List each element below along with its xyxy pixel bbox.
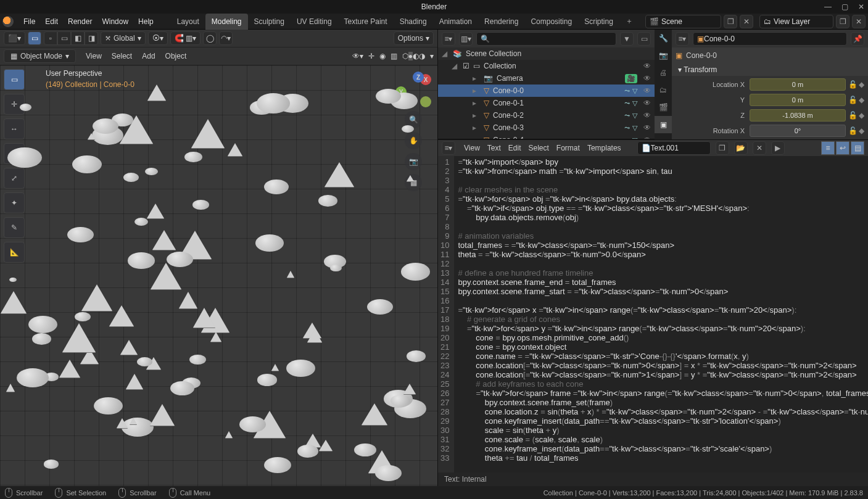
view3d-menu-view[interactable]: View — [81, 52, 107, 60]
options-dropdown[interactable]: Options ▾ — [394, 31, 434, 45]
scene-name-input[interactable] — [661, 17, 717, 26]
selmode-2[interactable]: ▭ — [57, 31, 71, 45]
texteditor-menu-format[interactable]: Format — [553, 144, 584, 152]
outliner-item-cone-0-4[interactable]: ▸▽Cone-0-4⤳▽👁 — [438, 134, 655, 139]
props-object-name[interactable] — [704, 35, 843, 43]
keyframe-icon[interactable]: ◆ — [859, 126, 864, 135]
outliner-display-mode[interactable]: ▥▾ — [459, 32, 473, 46]
editor-type-select[interactable]: ⬛▾ — [4, 31, 25, 45]
text-unlink-button[interactable]: ✕ — [753, 141, 766, 155]
props-object-field[interactable]: ▣ — [693, 32, 847, 46]
snap-toggle[interactable]: 🧲 ▥▾ — [170, 31, 200, 45]
workspace-tab-texture-paint[interactable]: Texture Paint — [338, 14, 394, 30]
outliner-collection[interactable]: ◢☑▭Collection👁 — [438, 60, 655, 72]
menu-help[interactable]: Help — [133, 14, 159, 30]
toggle-syntax[interactable]: ▤ — [851, 141, 864, 155]
add-workspace-button[interactable]: ＋ — [619, 16, 639, 27]
outliner-item-cone-0-3[interactable]: ▸▽Cone-0-3⤳▽👁 — [438, 122, 655, 134]
close-button[interactable]: ✕ — [858, 2, 864, 11]
proportional-edit-toggle[interactable]: ◯ — [203, 31, 217, 45]
workspace-tab-layout[interactable]: Layout — [171, 14, 205, 30]
workspace-tab-compositing[interactable]: Compositing — [524, 14, 578, 30]
view3d-menu-object[interactable]: Object — [160, 52, 192, 60]
scene-delete-button[interactable]: ✕ — [740, 15, 753, 28]
viewlayer-new-button[interactable]: ❐ — [836, 15, 849, 28]
texteditor-type-select[interactable]: ≡▾ — [442, 141, 455, 155]
minimize-button[interactable]: — — [824, 2, 832, 11]
outliner-item-cone-0-1[interactable]: ▸▽Cone-0-1⤳▽👁 — [438, 97, 655, 109]
texteditor-menu-edit[interactable]: Edit — [505, 144, 525, 152]
selmode-3[interactable]: ◧ — [71, 31, 85, 45]
lock-icon[interactable]: 🔓 — [848, 96, 858, 104]
prop-value[interactable]: -1.0838 m — [750, 109, 846, 122]
viewlayer-name-input[interactable] — [774, 17, 829, 26]
lock-icon[interactable]: 🔓 — [848, 111, 858, 120]
text-new-button[interactable]: ❐ — [716, 141, 729, 155]
code-editor[interactable]: ="tk-kw">import</span> bpy ="tk-kw">from… — [454, 156, 868, 472]
outliner-item-cone-0-0[interactable]: ▸▽Cone-0-0⤳▽👁 — [438, 85, 655, 97]
texteditor-menu-select[interactable]: Select — [525, 144, 553, 152]
prop-tab-object[interactable]: ▣ — [655, 116, 672, 133]
viewport-3d[interactable]: User Perspective (149) Collection | Cone… — [0, 65, 437, 486]
view3d-menu-select[interactable]: Select — [107, 52, 137, 60]
overlay-toggle[interactable]: ◉ — [379, 52, 386, 60]
view3d-menu-add[interactable]: Add — [137, 52, 160, 60]
workspace-tab-scripting[interactable]: Scripting — [578, 14, 619, 30]
outliner-item-cone-0-2[interactable]: ▸▽Cone-0-2⤳▽👁 — [438, 109, 655, 122]
shading-matprev[interactable]: ◐ — [413, 52, 419, 60]
text-datablock-name[interactable] — [651, 144, 706, 152]
keyframe-icon[interactable]: ◆ — [859, 111, 864, 120]
workspace-tab-rendering[interactable]: Rendering — [478, 14, 524, 30]
viewlayer-delete-button[interactable]: ✕ — [852, 15, 866, 28]
prop-tab-output[interactable]: 🖨 — [655, 64, 672, 81]
prop-value[interactable]: 0 m — [750, 94, 846, 106]
menu-edit[interactable]: Edit — [40, 14, 63, 30]
props-pin[interactable]: 📌 — [851, 32, 864, 46]
texteditor-menu-text[interactable]: Text — [484, 144, 505, 152]
shading-options[interactable]: ▾ — [430, 52, 434, 60]
text-open-button[interactable]: 📂 — [734, 141, 748, 155]
transform-panel-header[interactable]: ▾ Transform — [672, 64, 868, 76]
outliner-scene-collection[interactable]: ◢📚Scene Collection — [438, 47, 655, 60]
workspace-tab-modeling[interactable]: Modeling — [205, 14, 248, 30]
toggle-linenumbers[interactable]: ≡ — [821, 141, 835, 155]
gizmo-toggle[interactable]: ✛ — [368, 52, 374, 60]
xray-toggle[interactable]: ▥ — [391, 52, 397, 60]
outliner-filter[interactable]: ▼ — [620, 32, 634, 46]
pivot-select[interactable]: ⦿▾ — [148, 31, 168, 45]
lock-icon[interactable]: 🔓 — [848, 126, 858, 135]
outliner-item-camera[interactable]: ▸📷Camera🎥👁 — [438, 72, 655, 85]
transform-orientation[interactable]: ⤧ Global ▾ — [101, 31, 146, 45]
maximize-button[interactable]: ▢ — [841, 2, 848, 11]
keyframe-icon[interactable]: ◆ — [859, 80, 864, 89]
viewlayer-select[interactable]: 🗂 — [759, 15, 833, 28]
selmode-4[interactable]: ◨ — [85, 31, 98, 45]
prop-tab-render[interactable]: 📷 — [655, 47, 672, 64]
run-script-button[interactable]: ▶ — [771, 141, 785, 155]
prop-value[interactable]: 0° — [750, 125, 846, 137]
visibility-dropdown[interactable]: 👁▾ — [352, 52, 363, 60]
shading-wireframe[interactable]: ⬡ — [402, 52, 408, 60]
props-editor-type[interactable]: ≡▾ — [676, 32, 689, 46]
mode-select[interactable]: ▦ Object Mode ▾ — [4, 49, 76, 63]
workspace-tab-animation[interactable]: Animation — [433, 14, 478, 30]
prop-tab-viewlayer[interactable]: 🗂 — [655, 81, 672, 99]
selmode-1[interactable]: ▫ — [44, 31, 57, 45]
keyframe-icon[interactable]: ◆ — [859, 96, 864, 104]
blender-logo-icon[interactable] — [2, 16, 14, 27]
shading-rendered[interactable]: ◑ — [419, 52, 425, 60]
workspace-tab-uv-editing[interactable]: UV Editing — [291, 14, 338, 30]
menu-render[interactable]: Render — [63, 14, 97, 30]
scene-select[interactable]: 🎬 — [645, 15, 721, 28]
texteditor-menu-view[interactable]: View — [460, 144, 484, 152]
lock-icon[interactable]: 🔓 — [848, 80, 858, 89]
prop-tab-tool[interactable]: 🔧 — [655, 30, 672, 47]
shading-solid[interactable]: ● — [408, 52, 413, 60]
outliner-search[interactable]: 🔍 — [476, 32, 616, 46]
outliner-editor-type[interactable]: ≡▾ — [442, 32, 455, 46]
workspace-tab-shading[interactable]: Shading — [394, 14, 433, 30]
outliner-new-collection[interactable]: ▭ — [637, 32, 651, 46]
text-datablock-select[interactable]: 📄 — [637, 141, 711, 155]
outliner-search-input[interactable] — [490, 35, 612, 43]
menu-window[interactable]: Window — [97, 14, 133, 30]
